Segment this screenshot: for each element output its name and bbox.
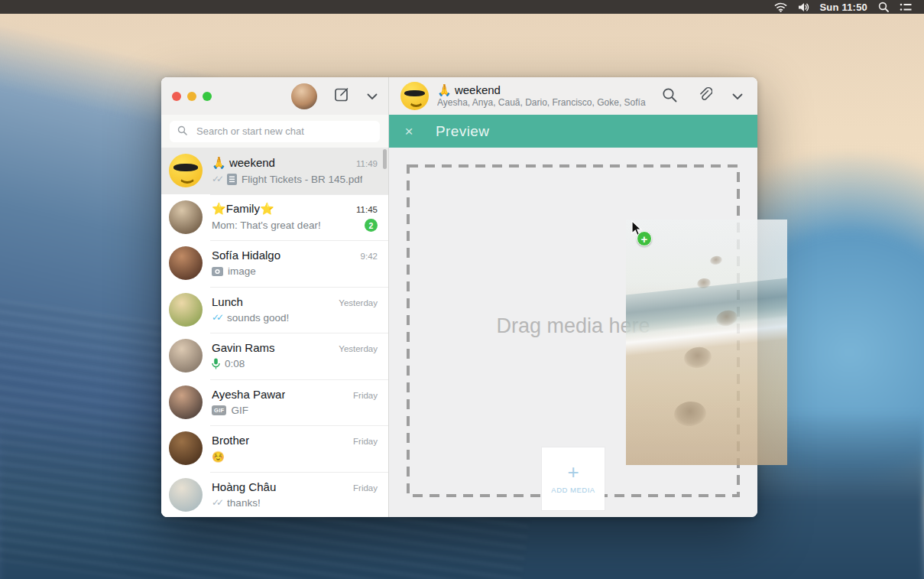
wifi-icon[interactable]	[774, 2, 787, 12]
chat-avatar	[169, 478, 203, 512]
chat-participants: Ayesha, Anya, Cauã, Dario, Francisco, Go…	[437, 97, 646, 109]
chat-avatar	[169, 293, 203, 327]
unread-badge: 2	[365, 219, 378, 232]
menu-bar: Sun 11:50	[0, 0, 924, 14]
chat-list-item[interactable]: Gavin Rams Yesterday 0:08	[161, 333, 388, 379]
chat-name: Sofía Hidalgo	[212, 249, 280, 262]
chat-preview: Mom: That's great dear!	[212, 220, 321, 231]
add-media-button[interactable]: + ADD MEDIA	[542, 447, 605, 510]
chat-avatar	[169, 431, 203, 465]
drag-add-badge-icon: +	[637, 231, 652, 246]
notification-center-icon[interactable]	[900, 2, 912, 12]
chat-list-item[interactable]: Ayesha Pawar Friday GIF GIF	[161, 379, 388, 426]
search-input[interactable]	[196, 125, 372, 137]
new-chat-icon[interactable]	[334, 86, 350, 106]
menu-bar-clock[interactable]: Sun 11:50	[820, 2, 868, 13]
gif-badge-icon: GIF	[212, 405, 226, 415]
chat-avatar	[169, 385, 203, 419]
mic-icon	[212, 358, 220, 369]
chat-name: Brother	[212, 434, 249, 447]
preview-title: Preview	[436, 123, 489, 140]
chat-time: Yesterday	[334, 344, 378, 353]
chat-preview: 0:08	[225, 358, 245, 369]
chat-name: ⭐Family⭐	[212, 202, 274, 216]
chat-list: 🙏 weekend 11:49 ✓✓ Flight Tickets - BR 1…	[161, 148, 388, 517]
camera-icon	[212, 267, 223, 276]
chat-preview: sounds good!	[227, 312, 289, 324]
close-preview-icon[interactable]: ×	[400, 123, 417, 140]
user-profile-avatar[interactable]	[291, 83, 317, 109]
chat-name: Hoàng Châu	[212, 480, 276, 493]
chat-avatar	[169, 154, 203, 187]
chat-name: Ayesha Pawar	[212, 388, 285, 401]
chat-time: Yesterday	[334, 298, 378, 307]
message-status-ticks-icon: ✓✓	[212, 174, 221, 184]
paperclip-icon[interactable]	[697, 87, 712, 106]
chat-time: Friday	[349, 483, 378, 493]
chat-time: Friday	[349, 391, 378, 400]
close-window-button[interactable]	[172, 92, 181, 101]
chat-avatar	[169, 246, 203, 280]
desktop-wallpaper: Sun 11:50	[0, 0, 924, 579]
chat-time: 9:42	[356, 252, 378, 261]
chevron-down-icon[interactable]	[367, 89, 378, 103]
add-media-label: ADD MEDIA	[551, 486, 595, 494]
chevron-down-icon[interactable]	[732, 89, 743, 103]
document-icon	[227, 174, 237, 185]
chat-list-item[interactable]: Lunch Yesterday ✓✓ sounds good!	[161, 287, 388, 333]
chat-avatar	[169, 200, 203, 234]
chat-list-item[interactable]: ⭐Family⭐ 11:45 Mom: That's great dear! 2	[161, 194, 388, 241]
sidebar: 🙏 weekend 11:49 ✓✓ Flight Tickets - BR 1…	[161, 77, 389, 517]
chat-list-item[interactable]: Sofía Hidalgo 9:42 image	[161, 240, 388, 287]
search-box[interactable]	[170, 121, 380, 142]
minimize-window-button[interactable]	[187, 92, 196, 101]
dragged-image[interactable]	[626, 220, 787, 465]
chat-preview: thanks!	[227, 497, 261, 509]
search-strip	[161, 115, 388, 148]
plus-icon: +	[567, 464, 579, 480]
search-icon	[177, 125, 187, 138]
chat-avatar	[169, 339, 203, 372]
chat-time: Friday	[349, 437, 378, 446]
chat-name: Lunch	[212, 295, 243, 308]
chat-preview: image	[228, 265, 256, 277]
message-status-ticks-icon: ✓✓	[212, 312, 221, 323]
sidebar-header	[161, 77, 388, 115]
volume-icon[interactable]	[798, 2, 809, 12]
zoom-window-button[interactable]	[203, 92, 212, 101]
chat-header-avatar[interactable]	[400, 82, 429, 110]
chat-preview: ☺️	[212, 451, 225, 463]
sidebar-scrollbar[interactable]	[383, 149, 387, 169]
chat-list-item[interactable]: Brother Friday ☺️	[161, 425, 388, 472]
mouse-cursor: +	[631, 220, 643, 239]
chat-preview: GIF	[231, 405, 248, 416]
preview-bar: × Preview	[389, 115, 757, 148]
message-status-ticks-icon: ✓✓	[212, 497, 221, 508]
chat-list-item[interactable]: 🙏 weekend 11:49 ✓✓ Flight Tickets - BR 1…	[161, 148, 388, 194]
chat-header: 🙏 weekend Ayesha, Anya, Cauã, Dario, Fra…	[389, 77, 757, 115]
chat-name: 🙏 weekend	[212, 156, 275, 170]
chat-time: 11:49	[352, 159, 378, 168]
chat-time: 11:45	[352, 205, 378, 214]
spotlight-search-icon[interactable]	[878, 2, 889, 12]
chat-preview: Flight Tickets - BR 145.pdf	[242, 174, 362, 185]
chat-list-item[interactable]: Hoàng Châu Friday ✓✓ thanks!	[161, 472, 388, 518]
chat-title: 🙏 weekend	[437, 83, 646, 97]
search-icon[interactable]	[662, 87, 677, 106]
window-controls	[172, 92, 212, 101]
chat-name: Gavin Rams	[212, 341, 275, 354]
